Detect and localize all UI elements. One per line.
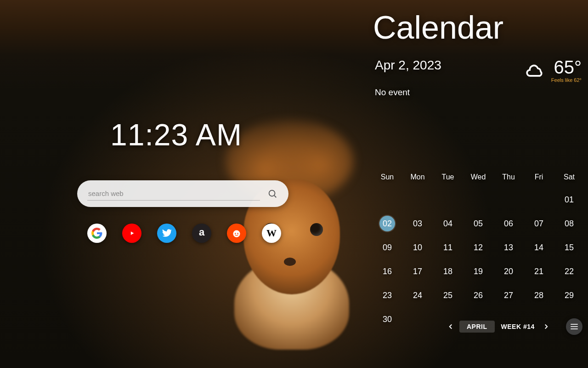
calendar-day[interactable]: 14	[524, 236, 554, 259]
calendar-title: Calendar	[373, 9, 503, 46]
calendar-day-number: 06	[501, 216, 516, 231]
wikipedia-icon: W	[266, 227, 277, 239]
prev-month-button[interactable]	[446, 322, 456, 332]
search-bar[interactable]	[77, 180, 288, 207]
calendar-day-header: Mon	[402, 170, 433, 188]
shortcut-reddit[interactable]	[227, 224, 246, 243]
svg-point-4	[237, 233, 238, 234]
calendar-empty-cell	[402, 188, 433, 212]
calendar-day[interactable]: 02	[372, 212, 402, 236]
calendar-day-number: 15	[561, 240, 577, 255]
search-input[interactable]	[87, 187, 260, 201]
calendar-day[interactable]: 15	[554, 236, 584, 259]
twitter-icon	[161, 227, 173, 239]
calendar-day[interactable]: 22	[554, 259, 584, 283]
calendar-day-headers: SunMonTueWedThuFriSat	[372, 170, 584, 188]
week-label: WEEK #14	[498, 321, 537, 333]
calendar-day[interactable]: 27	[493, 283, 524, 307]
svg-point-2	[233, 230, 240, 237]
calendar-day-number: 27	[501, 288, 516, 303]
reddit-icon	[231, 227, 243, 239]
calendar-day-number: 19	[470, 264, 486, 279]
calendar-day[interactable]: 12	[463, 236, 493, 259]
calendar-day-header: Wed	[463, 170, 493, 188]
calendar-grid: 0102030405060708091011121314151617181920…	[372, 188, 584, 331]
date-weather-row: Apr 2, 2023 65° Feels like 62°	[375, 58, 582, 83]
calendar-day-number: 26	[470, 288, 486, 303]
chevron-right-icon	[542, 322, 550, 331]
calendar-day-number: 01	[561, 192, 577, 207]
calendar-day[interactable]: 24	[402, 283, 433, 307]
calendar-empty-cell	[433, 188, 463, 212]
calendar-day-number: 23	[379, 288, 395, 303]
calendar-day[interactable]: 06	[493, 212, 524, 236]
calendar-day[interactable]: 03	[402, 212, 433, 236]
shortcut-row: a W	[87, 224, 281, 243]
calendar-day-header: Sun	[372, 170, 402, 188]
calendar-day-number: 25	[440, 288, 456, 303]
calendar-day[interactable]: 19	[463, 259, 493, 283]
calendar-day[interactable]: 01	[554, 188, 584, 212]
calendar-day-number: 17	[410, 264, 425, 279]
calendar-day-number: 24	[410, 288, 425, 303]
calendar-day[interactable]: 21	[524, 259, 554, 283]
calendar-day[interactable]: 30	[372, 307, 402, 331]
calendar-empty-cell	[493, 188, 524, 212]
calendar-day[interactable]: 28	[524, 283, 554, 307]
calendar-day[interactable]: 13	[493, 236, 524, 259]
calendar-day-number: 07	[531, 216, 547, 231]
calendar-day-number: 30	[379, 311, 395, 327]
shortcut-amazon[interactable]: a	[192, 224, 211, 243]
calendar-day[interactable]: 17	[402, 259, 433, 283]
shortcut-youtube[interactable]	[122, 224, 141, 243]
shortcut-wikipedia[interactable]: W	[262, 224, 281, 243]
calendar-day-number: 13	[501, 240, 516, 255]
calendar-day-number: 02	[379, 216, 395, 231]
shortcut-twitter[interactable]	[157, 224, 176, 243]
calendar-day[interactable]: 20	[493, 259, 524, 283]
calendar-empty-cell	[402, 307, 433, 331]
calendar-day[interactable]: 08	[554, 212, 584, 236]
menu-button[interactable]	[566, 318, 582, 335]
calendar-day-header: Sat	[554, 170, 584, 188]
calendar-day[interactable]: 18	[433, 259, 463, 283]
calendar-day-number: 22	[561, 264, 577, 279]
calendar-day-number: 12	[470, 240, 486, 255]
shortcut-google[interactable]	[87, 224, 107, 243]
calendar-day[interactable]: 16	[372, 259, 402, 283]
next-month-button[interactable]	[541, 322, 551, 332]
calendar-day-number: 28	[531, 288, 547, 303]
month-label-button[interactable]: APRIL	[459, 321, 495, 333]
calendar-day[interactable]: 09	[372, 236, 402, 259]
calendar-day-number: 20	[501, 264, 516, 279]
weather-temp: 65°	[551, 58, 582, 76]
menu-icon	[571, 326, 578, 327]
calendar-day[interactable]: 25	[433, 283, 463, 307]
calendar-day-header: Thu	[493, 170, 524, 188]
clock-time: 11:23 AM	[110, 117, 242, 152]
calendar-day-number: 18	[440, 264, 456, 279]
calendar-day-number: 14	[531, 240, 547, 255]
calendar-day-header: Tue	[433, 170, 463, 188]
search-button[interactable]	[265, 186, 280, 201]
calendar-day[interactable]: 11	[433, 236, 463, 259]
calendar-empty-cell	[463, 188, 493, 212]
calendar-day[interactable]: 10	[402, 236, 433, 259]
calendar-day-number: 03	[410, 216, 425, 231]
calendar-day[interactable]: 07	[524, 212, 554, 236]
calendar-empty-cell	[524, 188, 554, 212]
search-icon	[267, 189, 277, 199]
calendar-day[interactable]: 05	[463, 212, 493, 236]
weather-widget[interactable]: 65° Feels like 62°	[526, 58, 582, 83]
calendar-day[interactable]: 26	[463, 283, 493, 307]
calendar-day[interactable]: 04	[433, 212, 463, 236]
cloud-icon	[526, 60, 546, 80]
calendar-day-number: 16	[379, 264, 395, 279]
svg-line-1	[274, 196, 276, 197]
calendar-day-number: 08	[561, 216, 577, 231]
chevron-left-icon	[447, 322, 455, 331]
calendar-day-number: 09	[379, 240, 395, 255]
svg-point-0	[269, 190, 275, 196]
calendar-day[interactable]: 29	[554, 283, 584, 307]
calendar-day[interactable]: 23	[372, 283, 402, 307]
